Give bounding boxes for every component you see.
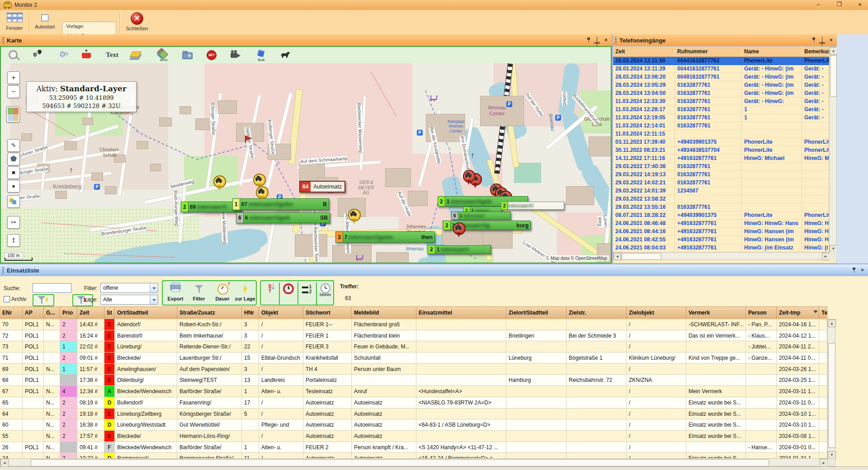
telefon-column-header[interactable]: Name xyxy=(742,47,802,57)
incident-bar[interactable]: 167nmnsaertlgebnB xyxy=(232,198,329,210)
einsatz-hscrollbar[interactable]: ◄ ► xyxy=(0,458,827,466)
einsatz-row[interactable]: 67POL1N...412:34 #ABleckede/WendewischBa… xyxy=(0,386,827,397)
text-icon[interactable]: Text xyxy=(106,49,118,61)
map-canvas[interactable]: Grundschule KreidebergKindertagesstätte … xyxy=(1,63,611,263)
einsatz-column-header[interactable]: Person xyxy=(746,307,777,320)
einsatz-column-header[interactable]: Ort/Stadtteil xyxy=(115,307,177,320)
telefon-row[interactable]: 28.03.2024 13:11:2900441632877761Gerät: … xyxy=(613,65,829,73)
square-tool-icon[interactable]: ■ xyxy=(7,166,20,179)
scroll-down-icon[interactable]: ▼ xyxy=(830,245,837,253)
sort-12-button[interactable]: 12 xyxy=(297,282,317,306)
fenster-button[interactable]: Fenster xyxy=(2,11,27,31)
einsatz-column-header[interactable]: St xyxy=(104,307,115,320)
pin-icon[interactable] xyxy=(811,37,816,43)
telefon-row[interactable]: 28.03.2024 13:05:2901632877761Gerät: - H… xyxy=(613,81,829,89)
autostart-button[interactable]: Autostart xyxy=(31,11,59,29)
red-car-pin[interactable] xyxy=(453,222,465,238)
telefon-row[interactable]: 24.06.2021 08:04:03+491632877761HinwG: (… xyxy=(613,244,829,252)
telefon-row[interactable]: 29.03.2022 14:19:1301632877761 xyxy=(613,171,829,179)
close-icon[interactable]: × xyxy=(603,37,609,43)
einsatz-row[interactable]: 24N...210:22 #DRommeissel/Rommeisseler S… xyxy=(0,453,827,458)
archiv-checkbox[interactable] xyxy=(4,296,10,302)
einsatz-column-header[interactable]: Einsatzmittel xyxy=(416,307,506,320)
telefon-row[interactable]: 08.07.2021 18:28:22+494039901375PhonerLi… xyxy=(613,212,829,220)
einsatz-row[interactable]: 68POL117:38 #EOldenburg/Steinweg/TEST13L… xyxy=(0,375,827,386)
export-button[interactable]: Export xyxy=(164,282,187,301)
einsatz-column-header[interactable]: Test xyxy=(819,307,827,320)
red-car-pin[interactable] xyxy=(463,170,475,185)
telefon-row[interactable]: 30.11.2022 08:23:21+4934638537704PhonerL… xyxy=(613,146,829,155)
einsatz-row[interactable]: 65N...208:19 #DBullendorf/Fasanenring/17… xyxy=(0,397,827,409)
einsatz-row[interactable]: 71POL1209:01 #EBleckede/Lauenburger Str.… xyxy=(0,352,827,364)
close-icon[interactable]: × xyxy=(828,37,834,43)
yellow-car-pin[interactable] xyxy=(348,209,360,224)
telefon-row[interactable]: 28.03.2024 13:11:5000441632877762PhonerL… xyxy=(613,57,829,65)
arrow-tool-icon[interactable]: ↦ xyxy=(7,216,20,229)
telefon-row[interactable]: 03.11.2023 17:39:40+494039901375PhonerLi… xyxy=(613,138,829,146)
telefon-row[interactable]: 24.06.2021 08:46:48+491632877761HinwG: H… xyxy=(613,220,829,228)
telefon-row[interactable]: 28.03.2024 13:06:2000491632877761Gerät: … xyxy=(613,73,829,81)
suche-input[interactable] xyxy=(33,283,71,293)
einsatz-column-header[interactable]: Zeit-tmp xyxy=(777,307,819,320)
scroll-thumb[interactable] xyxy=(31,459,769,466)
marker-tool-icon[interactable] xyxy=(80,49,93,61)
einsatz-row[interactable]: 73POL1122:02 #ELüneburg/Reitende-Diener-… xyxy=(0,341,827,352)
telefon-row[interactable]: 11.03.2024 12:28:17016328777611Gerät: - xyxy=(613,106,829,114)
shapes-tool-icon[interactable] xyxy=(7,195,20,208)
scroll-down-icon[interactable]: ▼ xyxy=(828,451,836,459)
chevron-down-icon[interactable] xyxy=(150,283,158,292)
polygon-tool-icon[interactable] xyxy=(7,153,20,165)
incident-bar[interactable]: 37nmnsaertlgebnthen xyxy=(335,231,435,243)
scroll-up-icon[interactable]: ▲ xyxy=(830,47,837,55)
telefon-row[interactable]: 29.03.2022 13:55:1601632877761 xyxy=(613,203,829,212)
telefon-column-header[interactable]: Rufnummer xyxy=(675,47,742,57)
einsatz-column-header[interactable]: Vermerk xyxy=(686,307,746,320)
telefon-row[interactable]: 11.03.2024 12:11:15 xyxy=(613,130,829,138)
panel-grip[interactable] xyxy=(615,37,617,43)
einsatz-column-header[interactable]: Straße/Zusatz xyxy=(177,307,242,320)
media-folder-icon[interactable] xyxy=(181,49,193,61)
einsatz-column-header[interactable]: Meldebild xyxy=(352,307,416,320)
minimize-button[interactable]: – xyxy=(811,1,826,9)
schliessen-button[interactable]: Schließen xyxy=(123,11,151,31)
einsatzliste-panel-title[interactable]: Einsatzliste × xyxy=(0,264,868,276)
dauer-button[interactable]: Dauer xyxy=(211,282,234,301)
telefon-row[interactable]: 11.03.2024 12:14:0101632877761 xyxy=(613,122,829,130)
scroll-thumb[interactable] xyxy=(828,343,835,448)
panel-grip[interactable] xyxy=(2,37,4,43)
close-icon[interactable]: × xyxy=(859,267,865,273)
scroll-up-icon[interactable]: ▲ xyxy=(828,320,836,327)
telefon-row[interactable]: 29.03.2022 14:01:391234567 xyxy=(613,187,829,195)
einsatz-column-header[interactable]: ENr xyxy=(0,307,23,320)
scroll-left-icon[interactable]: ◄ xyxy=(613,253,621,260)
einsatz-column-header[interactable]: Zeit xyxy=(77,307,104,320)
scroll-thumb[interactable] xyxy=(830,55,837,97)
telefon-row[interactable]: 29.03.2022 14:02:2101632877761 xyxy=(613,179,829,187)
bulk-icon[interactable]: Bulk xyxy=(255,49,268,61)
wms-icon[interactable]: wms xyxy=(157,49,170,61)
telefon-row[interactable]: 28.03.2024 13:04:5001632877761Gerät: - H… xyxy=(613,89,829,98)
einsatz-row[interactable]: 64N...219:18 #ELüneburg/ZeltbergKönigsbe… xyxy=(0,409,827,420)
telefon-row[interactable]: 11.03.2024 12:19:05016328777611Gerät: - xyxy=(613,114,829,122)
karte-panel-title[interactable]: Karte × xyxy=(0,34,612,46)
telefon-row[interactable]: 14.11.2022 17:11:16+491632877761HinwG: M… xyxy=(613,155,829,163)
einsatz-column-header[interactable]: Zielort/Stadtteil xyxy=(506,307,566,320)
telefon-row[interactable]: 11.03.2024 12:33:3001632877761Gerät: - H… xyxy=(613,98,829,106)
scroll-right-icon[interactable]: ► xyxy=(820,459,828,467)
einsatz-column-header[interactable]: Zielobjekt xyxy=(627,307,686,320)
location-pins-icon[interactable] xyxy=(32,49,44,61)
no-entry-clock-button[interactable] xyxy=(279,282,298,304)
einsatz-row[interactable]: 70POL1N...214:43 #EAdendorf/Robert-Koch-… xyxy=(0,319,827,330)
pencil-tool-icon[interactable]: ✎ xyxy=(7,139,20,152)
zur-lage-button[interactable]: zur Lage xyxy=(233,282,257,301)
telefon-row[interactable]: 29.03.2022 13:58:32 xyxy=(613,195,829,203)
incident-bar[interactable]: 61nmnsaer xyxy=(451,212,511,220)
einsatz-column-header[interactable]: G... xyxy=(44,307,60,320)
einsatz-row[interactable]: 60N...216:38 #DLüneburg/WeststadtGut Wie… xyxy=(0,419,827,431)
einsatz-column-header[interactable]: Zielstr. xyxy=(566,307,627,320)
einsatz-column-header[interactable]: AP xyxy=(23,307,44,320)
filter-apply-button[interactable] xyxy=(33,294,54,306)
pin-icon[interactable] xyxy=(852,267,856,273)
einsatz-column-header[interactable]: Prio xyxy=(60,307,77,320)
zoom-out-button[interactable]: − xyxy=(7,85,20,98)
